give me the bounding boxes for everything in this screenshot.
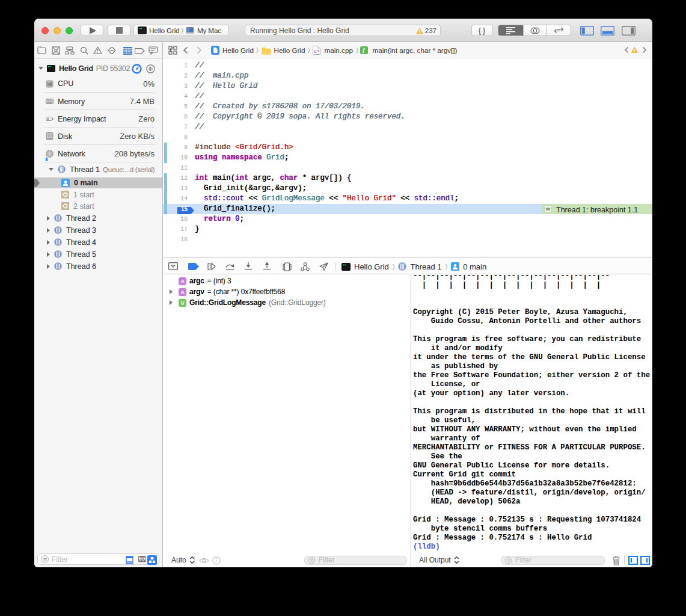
svg-text:i: i — [215, 558, 217, 564]
svg-text:c: c — [314, 49, 316, 54]
